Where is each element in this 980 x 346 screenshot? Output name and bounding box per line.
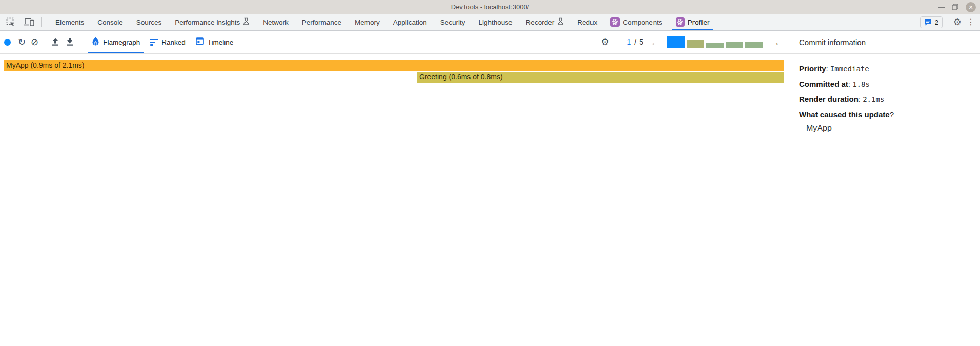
profiler-settings-gear-icon[interactable]: ⚙: [601, 37, 609, 47]
devtools-tab[interactable]: Sources: [130, 14, 169, 30]
device-toolbar-icon[interactable]: [23, 16, 36, 28]
devtools-tab[interactable]: Performance insights: [168, 14, 256, 30]
commit-index: 1: [627, 38, 631, 46]
previous-commit-arrow-icon[interactable]: ←: [648, 37, 662, 47]
profiler-view-tab[interactable]: Ranked: [145, 31, 191, 53]
update-cause-heading: What caused this update?: [799, 110, 971, 119]
toolbar-divider: [948, 17, 948, 27]
devtools-tab[interactable]: Elements: [49, 14, 91, 30]
view-tab-label: Timeline: [208, 38, 234, 46]
commit-separator: /: [634, 38, 636, 46]
devtools-tab[interactable]: Security: [434, 14, 472, 30]
inspect-element-icon[interactable]: [4, 16, 17, 28]
view-tab-label: Ranked: [161, 38, 186, 46]
tab-label: Sources: [136, 18, 162, 26]
commit-info-row: Render duration: 2.1ms: [799, 95, 971, 104]
flamegraph-bar-label: Greeting (0.6ms of 0.8ms): [419, 73, 503, 81]
devtools-tab[interactable]: Performance: [295, 14, 348, 30]
commit-info-row: Priority: Immediate: [799, 64, 971, 73]
profiler-view-tab[interactable]: Timeline: [191, 31, 239, 53]
devtools-tab[interactable]: Lighthouse: [472, 14, 519, 30]
commit-info-title: Commit information: [790, 31, 980, 54]
toolbar-divider: [41, 17, 42, 27]
commit-counter: 1 / 5: [627, 38, 643, 46]
tab-label: Performance: [302, 18, 341, 26]
devtools-tabs: Elements Console: [49, 14, 717, 30]
commit-bar[interactable]: [726, 42, 743, 48]
info-label: Render duration: [799, 95, 859, 104]
tab-label: Network: [263, 18, 289, 26]
issues-badge[interactable]: 2: [920, 16, 943, 28]
toolbar-divider: [45, 36, 45, 48]
window-controls: ×: [938, 0, 976, 14]
tabbar-right-tools: 2 ⚙ ⋮: [920, 14, 980, 30]
settings-gear-icon[interactable]: ⚙: [953, 17, 962, 27]
commit-info-body: Priority: ImmediateCommitted at: 1.8sRen…: [790, 54, 980, 133]
update-cause-component[interactable]: MyApp: [806, 124, 971, 133]
clear-profile-icon[interactable]: ⊘: [31, 37, 38, 47]
tab-label: Security: [440, 18, 465, 26]
toolbar-divider: [616, 36, 616, 48]
issues-count: 2: [935, 18, 938, 26]
cause-label: What caused this update: [799, 110, 890, 119]
devtools-tab[interactable]: Components: [604, 14, 669, 30]
message-bubble-icon: [924, 19, 932, 26]
devtools-tab[interactable]: Network: [256, 14, 295, 30]
close-icon[interactable]: ×: [966, 2, 976, 12]
window-title: DevTools - localhost:3000/: [0, 3, 980, 11]
restore-icon[interactable]: [952, 4, 958, 10]
cause-suffix: ?: [890, 110, 894, 119]
devtools-tab[interactable]: Application: [386, 14, 434, 30]
tabbar-left-tools: [0, 14, 45, 30]
commit-bar[interactable]: [706, 43, 724, 48]
next-commit-arrow-icon[interactable]: →: [768, 37, 782, 47]
info-label: Committed at: [799, 79, 848, 88]
window-titlebar: DevTools - localhost:3000/ ×: [0, 0, 980, 14]
reload-profile-icon[interactable]: ↻: [18, 37, 26, 47]
devtools-tab[interactable]: Redux: [570, 14, 604, 30]
info-value: 1.8s: [852, 80, 870, 88]
tab-label: Memory: [355, 18, 380, 26]
commit-info-rows: Priority: ImmediateCommitted at: 1.8sRen…: [799, 64, 971, 104]
flask-icon: [557, 17, 564, 27]
profiler-pane: ↻ ⊘: [0, 31, 790, 346]
react-icon: [610, 17, 620, 27]
ranked-bars-icon: [150, 39, 158, 46]
commit-info-panel: Commit information Priority: ImmediateCo…: [790, 31, 980, 346]
download-profile-icon[interactable]: [66, 38, 74, 46]
flask-icon: [243, 17, 250, 27]
upload-profile-icon[interactable]: [51, 38, 59, 46]
commit-bar[interactable]: [687, 40, 704, 48]
devtools-tab[interactable]: Console: [91, 14, 130, 30]
flamegraph-bar[interactable]: MyApp (0.9ms of 2.1ms): [4, 60, 784, 71]
devtools-tabbar: Elements Console: [0, 14, 980, 31]
tab-label: Lighthouse: [479, 18, 513, 26]
flamegraph: MyApp (0.9ms of 2.1ms) Greeting (0.6ms o…: [0, 54, 790, 346]
flamegraph-bar-label: MyApp (0.9ms of 2.1ms): [6, 61, 85, 69]
devtools-tab[interactable]: Profiler: [669, 14, 717, 30]
profiler-view-tabs: Flamegraph: [87, 31, 238, 53]
record-button[interactable]: [4, 39, 11, 46]
devtools-tab[interactable]: Memory: [348, 14, 386, 30]
kebab-menu-icon[interactable]: ⋮: [967, 18, 975, 26]
info-value: 2.1ms: [863, 95, 884, 104]
tab-label: Elements: [55, 18, 84, 26]
tab-label: Application: [393, 18, 427, 26]
commit-total: 5: [639, 38, 643, 46]
commit-bar[interactable]: [667, 36, 685, 48]
tab-label: Components: [623, 18, 662, 26]
minimize-icon[interactable]: [938, 7, 945, 8]
view-tab-label: Flamegraph: [103, 38, 140, 46]
tab-label: Profiler: [688, 18, 710, 26]
profiler-view-tab[interactable]: Flamegraph: [87, 31, 145, 53]
info-label: Priority: [799, 64, 826, 73]
devtools-tab[interactable]: Recorder: [519, 14, 571, 30]
commit-navigation: 1 / 5 ← →: [622, 36, 782, 48]
flamegraph-bar[interactable]: Greeting (0.6ms of 0.8ms): [417, 72, 784, 83]
main-content: ↻ ⊘: [0, 31, 980, 346]
commit-bar[interactable]: [745, 42, 763, 48]
info-value: Immediate: [830, 65, 869, 73]
tab-label: Recorder: [526, 18, 555, 26]
timeline-calendar-icon: [196, 37, 204, 47]
flame-icon: [92, 37, 99, 47]
